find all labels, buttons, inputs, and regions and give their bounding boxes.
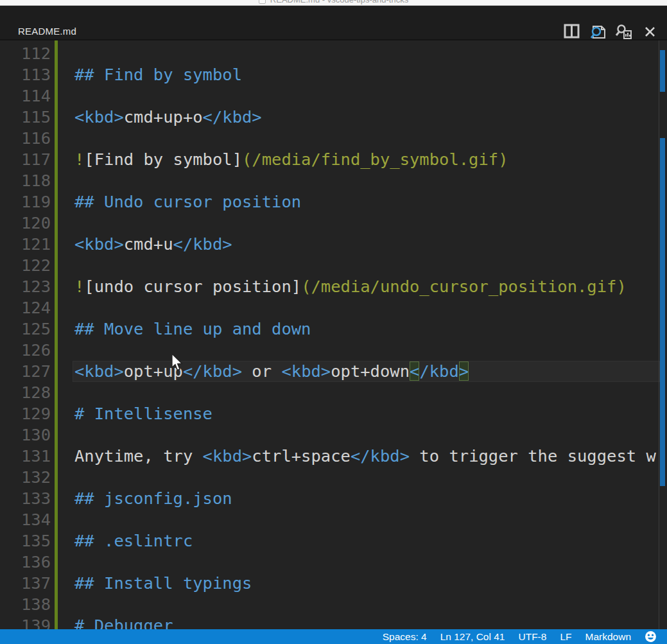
code-token: (/media/find_by_symbol.gif) (242, 150, 508, 169)
line-text[interactable] (74, 297, 667, 318)
line-text[interactable]: ## .eslintrc (74, 530, 667, 552)
line-number[interactable]: 127 (0, 361, 51, 382)
editor-line[interactable]: 131Anytime, try <kbd>ctrl+space</kbd> to… (0, 446, 667, 467)
editor-line[interactable]: 125## Move line up and down (0, 318, 667, 340)
status-language-mode[interactable]: Markdown (585, 629, 632, 644)
status-eol[interactable]: LF (560, 629, 571, 644)
line-number[interactable]: 122 (0, 255, 51, 276)
line-number[interactable]: 112 (0, 43, 51, 64)
editor-line[interactable]: 112 (0, 43, 667, 64)
line-number[interactable]: 135 (0, 530, 51, 552)
line-text[interactable]: ## jsconfig.json (74, 488, 667, 509)
line-text[interactable]: ![Find by symbol](/media/find_by_symbol.… (74, 149, 667, 170)
editor-line[interactable]: 138 (0, 594, 667, 615)
split-editor-icon (564, 24, 580, 39)
line-number[interactable]: 116 (0, 128, 51, 149)
line-text[interactable] (74, 382, 667, 403)
split-editor-button[interactable] (564, 24, 580, 41)
editor-line[interactable]: 129# Intellisense (0, 403, 667, 424)
line-number[interactable]: 138 (0, 594, 51, 615)
editor-line[interactable]: 115<kbd>cmd+up+o</kbd> (0, 107, 667, 128)
line-number[interactable]: 118 (0, 170, 51, 191)
line-text[interactable]: <kbd>cmd+up+o</kbd> (74, 107, 667, 128)
editor-line[interactable]: 114 (0, 85, 667, 107)
editor-line[interactable]: 133## jsconfig.json (0, 488, 667, 509)
line-number[interactable]: 113 (0, 64, 51, 85)
code-token: ## Undo cursor position (74, 192, 301, 211)
line-text[interactable] (74, 170, 667, 191)
line-text[interactable]: Anytime, try <kbd>ctrl+space</kbd> to tr… (74, 446, 667, 467)
editor-line[interactable]: 126 (0, 340, 667, 361)
line-text[interactable] (74, 424, 667, 446)
line-text[interactable] (74, 552, 667, 573)
editor-line[interactable]: 122 (0, 255, 667, 276)
line-number[interactable]: 129 (0, 403, 51, 424)
editor-lines: 112113## Find by symbol114115<kbd>cmd+up… (0, 40, 667, 644)
line-text[interactable]: ## Find by symbol (74, 64, 667, 85)
editor-line[interactable]: 117![Find by symbol](/media/find_by_symb… (0, 149, 667, 170)
close-editor-button[interactable] (644, 26, 656, 40)
line-number[interactable]: 123 (0, 276, 51, 297)
line-text[interactable] (74, 467, 667, 488)
line-number[interactable]: 132 (0, 467, 51, 488)
editor-line[interactable]: 119## Undo cursor position (0, 191, 667, 213)
line-number[interactable]: 133 (0, 488, 51, 509)
editor-line[interactable]: 137## Install typings (0, 573, 667, 594)
line-number[interactable]: 128 (0, 382, 51, 403)
editor-line[interactable]: 136 (0, 552, 667, 573)
status-cursor-position[interactable]: Ln 127, Col 41 (440, 629, 505, 644)
open-preview-side-icon (614, 24, 633, 40)
line-text[interactable]: <kbd>cmd+u</kbd> (74, 234, 667, 255)
line-text[interactable] (74, 85, 667, 107)
status-encoding[interactable]: UTF-8 (518, 629, 546, 644)
line-number[interactable]: 125 (0, 318, 51, 340)
editor-line[interactable]: 130 (0, 424, 667, 446)
editor-line[interactable]: 134 (0, 509, 667, 530)
line-number[interactable]: 136 (0, 552, 51, 573)
line-text[interactable]: <kbd>opt+up</kbd> or <kbd>opt+down</kbd> (74, 361, 667, 382)
line-text[interactable] (74, 128, 667, 149)
line-number[interactable]: 130 (0, 424, 51, 446)
line-text[interactable] (74, 594, 667, 615)
code-token: <kbd> (203, 446, 252, 466)
feedback-smiley-button[interactable] (645, 631, 657, 643)
line-number[interactable]: 115 (0, 107, 51, 128)
line-text[interactable]: ## Install typings (74, 573, 667, 594)
line-text[interactable] (74, 255, 667, 276)
code-token: opt+down (331, 361, 410, 381)
line-text[interactable]: ## Move line up and down (74, 318, 667, 340)
vscode-window: README.md - vscode-tips-and-tricks READM… (0, 0, 667, 644)
line-text[interactable]: ![undo cursor position](/media/undo_curs… (74, 276, 667, 297)
line-text[interactable]: ## Undo cursor position (74, 191, 667, 213)
line-number[interactable]: 134 (0, 509, 51, 530)
line-number[interactable]: 117 (0, 149, 51, 170)
editor-line[interactable]: 124 (0, 297, 667, 318)
line-text[interactable] (74, 340, 667, 361)
editor-line[interactable]: 132 (0, 467, 667, 488)
editor-line[interactable]: 116 (0, 128, 667, 149)
editor-line[interactable]: 135## .eslintrc (0, 530, 667, 552)
code-token: <kbd> (74, 234, 124, 254)
line-text[interactable] (74, 509, 667, 530)
line-number[interactable]: 121 (0, 234, 51, 255)
status-indentation[interactable]: Spaces: 4 (383, 629, 427, 644)
line-number[interactable]: 124 (0, 297, 51, 318)
editor-line[interactable]: 120 (0, 213, 667, 234)
line-text[interactable] (74, 213, 667, 234)
editor-line[interactable]: 127<kbd>opt+up</kbd> or <kbd>opt+down</k… (0, 361, 667, 382)
line-number[interactable]: 119 (0, 191, 51, 213)
editor-line[interactable]: 121<kbd>cmd+u</kbd> (0, 234, 667, 255)
line-text[interactable] (74, 43, 667, 64)
editor-line[interactable]: 128 (0, 382, 667, 403)
line-number[interactable]: 114 (0, 85, 51, 107)
line-number[interactable]: 137 (0, 573, 51, 594)
editor[interactable]: 112113## Find by symbol114115<kbd>cmd+up… (0, 40, 667, 644)
line-text[interactable]: # Intellisense (74, 403, 667, 424)
editor-line[interactable]: 123![undo cursor position](/media/undo_c… (0, 276, 667, 297)
editor-line[interactable]: 118 (0, 170, 667, 191)
line-number[interactable]: 126 (0, 340, 51, 361)
editor-line[interactable]: 113## Find by symbol (0, 64, 667, 85)
line-number[interactable]: 131 (0, 446, 51, 467)
line-number[interactable]: 120 (0, 213, 51, 234)
tab-readme[interactable]: README.md (18, 26, 76, 37)
